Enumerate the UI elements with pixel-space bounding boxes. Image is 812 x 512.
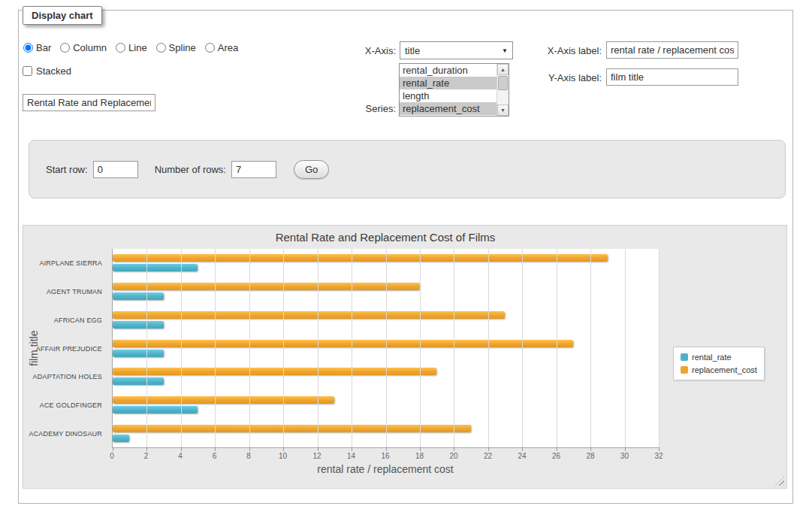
chart-type-option-line[interactable]: Line (116, 42, 147, 53)
x-axis-label-input[interactable] (606, 41, 738, 59)
y-axis-label-input[interactable] (606, 68, 738, 86)
legend-item-rental_rate[interactable]: rental_rate (681, 353, 757, 362)
chart-type-radio-spline[interactable] (156, 43, 166, 53)
x-axis-select-label: X-Axis: (323, 45, 396, 56)
series-option-replacement_cost[interactable]: replacement_cost (400, 102, 497, 115)
chart-x-axis-title: rental rate / replacement cost (112, 463, 659, 475)
x-axis-selected-value: title (405, 45, 420, 56)
chart-title: Rental Rate and Replacement Cost of Film… (112, 231, 659, 244)
x-tick-label: 10 (279, 452, 287, 460)
tick-mark (249, 447, 250, 451)
x-tick-label: 32 (654, 452, 663, 460)
x-axis-select[interactable]: title ▼ (400, 41, 513, 59)
x-tick-label: 24 (518, 452, 526, 460)
chart-type-option-column[interactable]: Column (60, 42, 107, 53)
bar-replacement_cost (113, 425, 471, 432)
number-of-rows-label: Number of rows: (155, 164, 226, 175)
x-tick-label: 28 (586, 452, 594, 460)
gridline (249, 249, 250, 447)
bar-replacement_cost (113, 368, 436, 375)
chevron-down-icon: ▼ (502, 47, 508, 54)
gridline (215, 249, 216, 447)
gridline (522, 249, 523, 447)
legend-label: rental_rate (692, 353, 732, 362)
bar-rental_rate (113, 406, 198, 414)
x-tick-label: 20 (449, 452, 457, 460)
x-tick-label: 12 (312, 452, 321, 460)
chart-type-label-line: Line (128, 42, 147, 53)
chart-x-tick-labels: 02468101214161820222426283032 (112, 452, 659, 461)
gridline (283, 249, 284, 447)
gridline (557, 249, 557, 447)
scroll-down-icon[interactable]: ▼ (497, 105, 509, 116)
gridline (488, 249, 489, 447)
chart-type-radio-bar[interactable] (23, 43, 33, 53)
tick-mark (488, 447, 489, 451)
x-tick-label: 30 (620, 452, 629, 460)
chart-type-label-area: Area (218, 42, 238, 53)
chart-type-radio-area[interactable] (205, 43, 215, 53)
bar-rental_rate (113, 350, 164, 357)
bar-replacement_cost (113, 340, 573, 347)
series-listbox-items: rental_durationrental_ratelengthreplacem… (400, 64, 497, 116)
tick-mark (386, 447, 387, 451)
gridline (146, 249, 147, 447)
series-option-rental_duration[interactable]: rental_duration (400, 64, 497, 77)
category-label: AFRICAN EGG (23, 306, 107, 335)
row-range-panel: Start row: Number of rows: Go (29, 140, 786, 198)
stacked-checkbox[interactable] (23, 66, 32, 76)
x-tick-label: 18 (415, 452, 424, 460)
x-tick-label: 4 (178, 452, 183, 460)
chart-type-radio-column[interactable] (60, 43, 70, 53)
chart-type-option-spline[interactable]: Spline (156, 42, 196, 53)
x-tick-label: 6 (213, 452, 217, 460)
legend-swatch-icon (681, 366, 688, 374)
gridline (318, 249, 318, 447)
chart-category-labels: AIRPLANE SIERRAAGENT TRUMANAFRICAN EGGAF… (23, 249, 107, 448)
series-listbox[interactable]: rental_durationrental_ratelengthreplacem… (399, 63, 509, 117)
gridline (181, 249, 182, 447)
tick-mark (352, 447, 352, 451)
tick-mark (146, 447, 147, 451)
bar-rental_rate (113, 292, 164, 300)
tick-mark (557, 447, 557, 451)
gridline (386, 249, 387, 447)
category-label: ADAPTATION HOLES (23, 362, 107, 391)
series-option-length[interactable]: length (400, 89, 497, 102)
bar-rental_rate (113, 321, 164, 329)
category-label: AFFAIR PREJUDICE (23, 335, 107, 363)
tick-mark (318, 447, 318, 451)
stacked-label: Stacked (36, 65, 71, 77)
legend-item-replacement_cost[interactable]: replacement_cost (681, 365, 757, 374)
x-tick-label: 8 (246, 452, 251, 460)
x-tick-label: 26 (552, 452, 560, 460)
legend-swatch-icon (681, 353, 688, 361)
y-axis-label-label: Y-Axis label: (526, 72, 602, 83)
bar-replacement_cost (113, 283, 420, 290)
chart-type-option-bar[interactable]: Bar (23, 42, 51, 53)
series-option-rental_rate[interactable]: rental_rate (400, 77, 497, 89)
listbox-scrollbar[interactable]: ▲ ▼ (497, 64, 509, 116)
bar-replacement_cost (113, 311, 505, 319)
chart-type-label-bar: Bar (36, 42, 51, 53)
tick-mark (522, 447, 523, 451)
chart-type-label-column: Column (73, 42, 107, 53)
series-label: Series: (323, 103, 396, 114)
x-tick-label: 22 (484, 452, 492, 460)
bar-rental_rate (113, 264, 198, 271)
tick-mark (215, 447, 216, 451)
resize-handle-icon[interactable] (775, 477, 784, 486)
number-of-rows-input[interactable] (231, 161, 276, 178)
scroll-up-icon[interactable]: ▲ (497, 64, 509, 75)
tick-mark (420, 447, 421, 451)
stacked-option[interactable]: Stacked (23, 65, 71, 77)
gridline (659, 249, 660, 447)
gridline (420, 249, 421, 447)
start-row-input[interactable] (93, 161, 138, 178)
chart-type-option-area[interactable]: Area (205, 42, 238, 53)
chart-container: Rental Rate and Replacement Cost of Film… (23, 225, 787, 489)
scrollbar-thumb[interactable] (498, 76, 508, 90)
chart-type-radio-line[interactable] (116, 43, 125, 53)
go-button[interactable]: Go (294, 160, 329, 179)
chart-title-input[interactable] (23, 94, 155, 111)
